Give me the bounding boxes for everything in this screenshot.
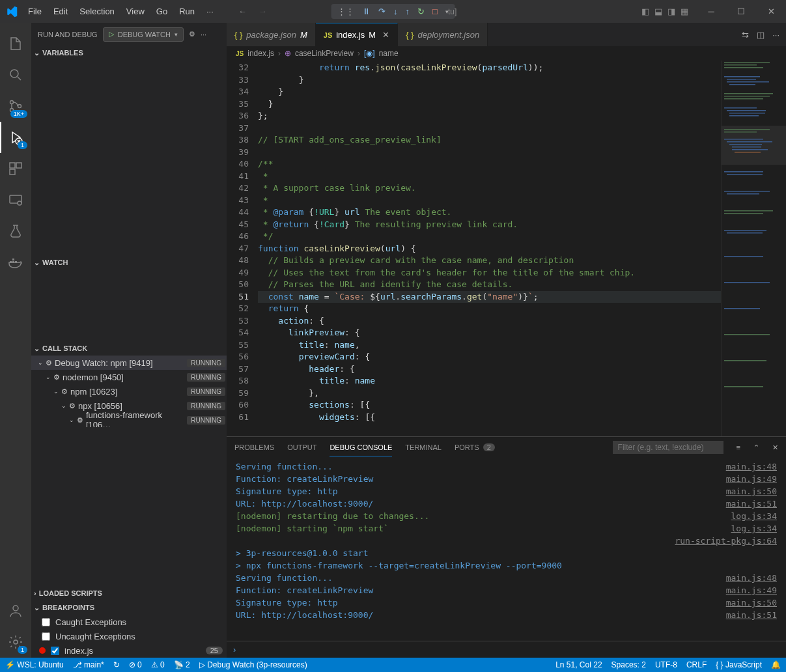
layout-custom-icon[interactable]: ▦ (681, 7, 688, 16)
menu-file[interactable]: File (23, 3, 47, 20)
call-stack-row[interactable]: ⌄⚙npm [10623]RUNNING (31, 384, 227, 399)
menu-overflow[interactable]: ··· (201, 3, 219, 20)
breakpoint-uncaught[interactable]: Uncaught Exceptions (31, 629, 227, 643)
menu-selection[interactable]: Selection (74, 3, 119, 20)
source-link[interactable]: main.js:48 (726, 460, 777, 473)
section-call-stack[interactable]: ⌄ CALL STACK (31, 341, 227, 356)
close-button[interactable]: ✕ (756, 0, 786, 23)
activity-settings[interactable]: 1 (0, 626, 31, 658)
panel-tab-debug-console[interactable]: DEBUG CONSOLE (330, 439, 392, 456)
collapse-icon[interactable]: ⌃ (753, 443, 759, 452)
section-watch[interactable]: ⌄ WATCH (31, 255, 227, 270)
source-link[interactable]: main.js:50 (726, 596, 777, 609)
status-debug[interactable]: ▷ Debug Watch (3p-resources) (199, 660, 307, 669)
breakpoint-file[interactable]: index.js 25 (31, 643, 227, 658)
menu-go[interactable]: Go (151, 3, 173, 20)
close-panel-icon[interactable]: ✕ (772, 443, 778, 452)
debug-grip-icon[interactable]: ⋮⋮ (337, 7, 354, 16)
compare-icon[interactable]: ⇆ (742, 30, 749, 40)
breakpoint-caught[interactable]: Caught Exceptions (31, 615, 227, 629)
status-warnings[interactable]: ⚠ 0 (151, 660, 165, 669)
debug-stop-icon[interactable]: □ (432, 7, 438, 16)
status-remote[interactable]: ⚡ WSL: Ubuntu (5, 660, 64, 669)
source-link[interactable]: main.js:51 (726, 497, 777, 510)
debug-toolbar[interactable]: ⋮⋮ ⏸ ↷ ↓ ↑ ↻ □ ▾ (331, 4, 455, 19)
status-eol[interactable]: CRLF (686, 660, 707, 669)
close-icon[interactable]: ✕ (382, 30, 389, 40)
status-errors[interactable]: ⊘ 0 (129, 660, 142, 669)
layout-bottom-icon[interactable]: ⬓ (654, 7, 662, 16)
status-language[interactable]: { } JavaScript (716, 660, 762, 669)
filter-input[interactable] (613, 441, 723, 454)
more-icon[interactable]: ··· (201, 31, 206, 38)
activity-explorer[interactable] (0, 28, 31, 59)
activity-remote[interactable] (0, 184, 31, 216)
debug-restart-icon[interactable]: ↻ (417, 7, 425, 16)
minimize-button[interactable]: ─ (696, 0, 726, 23)
call-stack-row[interactable]: ⌄⚙functions-framework [106…RUNNING (31, 413, 227, 427)
status-spaces[interactable]: Spaces: 2 (611, 660, 646, 669)
debug-console-output[interactable]: Serving function...main.js:48Function: c… (227, 458, 786, 641)
play-icon[interactable]: ▷ (109, 30, 114, 38)
chevron-down-icon[interactable]: ▾ (175, 31, 178, 38)
menu-view[interactable]: View (121, 3, 150, 20)
source-link[interactable]: main.js:50 (726, 485, 777, 497)
debug-config-selector[interactable]: ▷ Debug Watch ▾ (103, 27, 184, 42)
source-link[interactable]: main.js:48 (726, 572, 777, 584)
more-icon[interactable]: ··· (772, 30, 779, 40)
activity-search[interactable] (0, 59, 31, 91)
panel-tab-problems[interactable]: PROBLEMS (234, 439, 274, 456)
menu-run[interactable]: Run (174, 3, 200, 20)
status-branch[interactable]: ⎇ main* (73, 660, 104, 669)
layout-left-icon[interactable]: ◧ (641, 7, 649, 16)
section-loaded-scripts[interactable]: › LOADED SCRIPTS (31, 586, 227, 600)
section-variables[interactable]: ⌄ VARIABLES (31, 46, 227, 60)
panel-tab-output[interactable]: OUTPUT (287, 439, 316, 456)
activity-testing[interactable] (0, 216, 31, 247)
activity-source-control[interactable]: 1K+ (0, 91, 31, 122)
minimap[interactable] (721, 61, 786, 436)
menu-edit[interactable]: Edit (48, 3, 73, 20)
checkbox[interactable] (51, 647, 59, 655)
nav-back-icon[interactable]: ← (238, 7, 247, 16)
source-link[interactable]: log.js:34 (731, 510, 777, 522)
debug-step-into-icon[interactable]: ↓ (393, 7, 398, 16)
split-icon[interactable]: ◫ (757, 30, 765, 40)
activity-debug[interactable]: 1 (0, 122, 31, 153)
checkbox[interactable] (42, 618, 50, 626)
filter-icon[interactable]: ≡ (737, 443, 740, 451)
status-encoding[interactable]: UTF-8 (655, 660, 677, 669)
source-link[interactable]: log.js:34 (731, 522, 777, 535)
section-breakpoints[interactable]: ⌄ BREAKPOINTS (31, 600, 227, 615)
status-ln-col[interactable]: Ln 51, Col 22 (555, 660, 602, 669)
debug-console-input[interactable]: › (227, 641, 786, 658)
debug-pause-icon[interactable]: ⏸ (362, 7, 371, 16)
source-link[interactable]: main.js:49 (726, 584, 777, 596)
panel-tab-terminal[interactable]: TERMINAL (405, 439, 442, 456)
call-stack-row[interactable]: ⌄⚙nodemon [9450]RUNNING (31, 370, 227, 384)
breadcrumb[interactable]: JS index.js › ⊕ caseLinkPreview › [◉] na… (227, 46, 786, 61)
layout-right-icon[interactable]: ◨ (667, 7, 675, 16)
activity-docker[interactable] (0, 247, 31, 278)
debug-step-out-icon[interactable]: ↑ (406, 7, 410, 16)
activity-accounts[interactable] (0, 595, 31, 626)
maximize-button[interactable]: ☐ (726, 0, 756, 23)
status-sync[interactable]: ↻ (113, 660, 120, 669)
source-link[interactable]: main.js:49 (726, 473, 777, 485)
activity-extensions[interactable] (0, 153, 31, 184)
nav-forward-icon[interactable]: → (259, 7, 267, 16)
svg-rect-27 (727, 110, 766, 111)
status-notifications-icon[interactable]: 🔔 (771, 660, 781, 669)
source-link[interactable]: run-script-pkg.js:64 (675, 535, 777, 547)
gear-icon[interactable]: ⚙ (189, 30, 195, 38)
code-editor[interactable]: 3233343536373839404142434445464748495051… (227, 61, 786, 436)
call-stack-row[interactable]: ⌄⚙Debug Watch: npm [9419]RUNNING (31, 356, 227, 370)
checkbox[interactable] (42, 632, 50, 641)
tab-deployment-json[interactable]: { } deployment.json (398, 23, 488, 46)
status-ports[interactable]: 📡 2 (174, 660, 190, 669)
tab-index-js[interactable]: JS index.js M ✕ (316, 23, 398, 46)
source-link[interactable]: main.js:51 (726, 609, 777, 621)
panel-tab-ports[interactable]: PORTS 2 (455, 439, 495, 456)
tab-package-json[interactable]: { } package.json M (227, 23, 316, 46)
debug-step-over-icon[interactable]: ↷ (378, 7, 386, 16)
